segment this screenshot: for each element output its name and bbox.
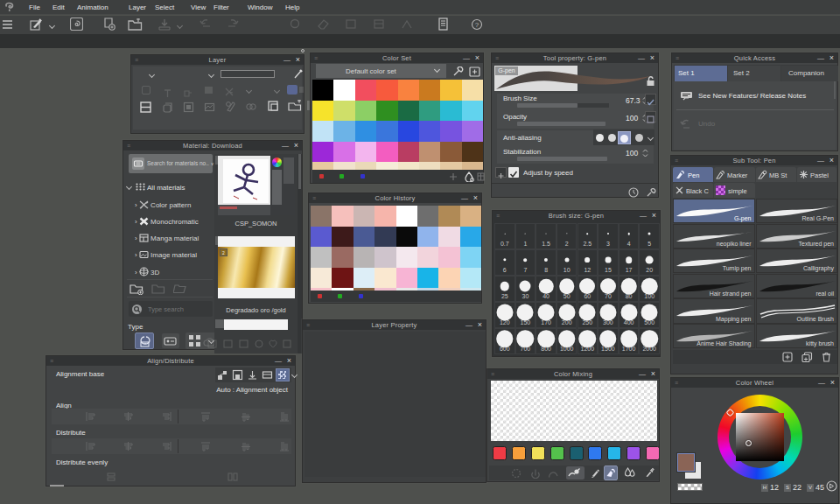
svg-text:?: ? bbox=[475, 21, 480, 29]
